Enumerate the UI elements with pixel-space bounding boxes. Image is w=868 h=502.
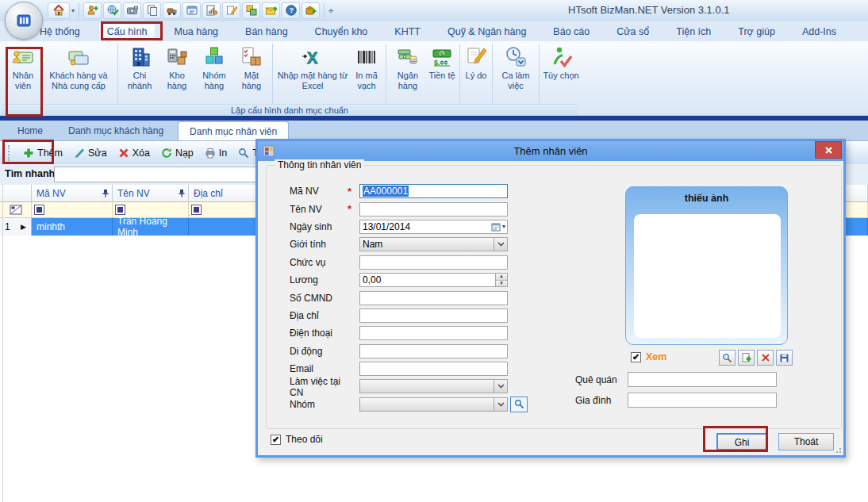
chuc-vu-input[interactable] [359,255,508,270]
calendar-icon[interactable] [491,222,501,232]
filter-condition-icon[interactable] [34,205,44,215]
menu-tien-ich[interactable]: Tiện ích [668,22,719,41]
ribbon-button-chi-nhanh[interactable]: Chi nhánh [121,44,158,104]
menu-cau-hinh[interactable]: Cấu hình [99,22,156,41]
gia-dinh-input[interactable] [628,393,777,408]
menu-quy-ngan-hang[interactable]: Quỹ & Ngân hàng [440,22,534,41]
ribbon-button-ly-do[interactable]: Lý do [463,44,489,104]
ribbon-button-ca-lam-viec[interactable]: Ca làm việc [496,44,536,104]
copy-icon[interactable] [143,2,161,19]
help-icon[interactable]: ? [282,2,300,19]
pin-icon[interactable] [178,189,186,197]
photo-frame[interactable] [634,214,781,338]
xem-checkbox[interactable]: ✔ [631,352,641,362]
gioi-tinh-combobox[interactable]: Nam [359,237,508,251]
resize-grip[interactable] [835,447,842,454]
nap-button[interactable]: Nạp [161,148,194,159]
ribbon-button-tien-te[interactable]: $$.¢¢ Tiền tệ [428,44,456,104]
them-button[interactable]: Thêm [23,148,63,159]
send-mail-icon[interactable] [262,2,280,19]
ribbon-button-tuy-chon[interactable]: Tùy chọn [543,44,579,104]
ribbon-button-khach-hang-ncc[interactable]: Khách hàng và Nhà cung cấp [43,44,114,104]
ribbon-button-ngan-hang[interactable]: Ngân hàng [390,44,426,104]
tab-home[interactable]: Home [6,121,54,140]
gia-dinh-row: Gia đình [575,393,777,408]
filter-corner-cell[interactable] [0,202,32,217]
so-cmnd-input[interactable] [359,291,508,305]
spin-down-icon[interactable]: ▼ [496,281,507,287]
dia-chi-input[interactable] [359,308,508,323]
filter-condition-icon[interactable] [115,205,125,215]
filter-condition-icon[interactable] [191,205,202,215]
menu-cua-so[interactable]: Cửa sổ [609,22,657,41]
cell-ten-nv[interactable]: Trần Hoàng Minh [113,218,189,236]
menu-ban-hang[interactable]: Bán hàng [237,22,296,41]
luong-spinner-input[interactable]: 0,00 ▲▼ [359,273,508,287]
ribbon-button-nhap-excel[interactable]: X Nhập mặt hàng từ Excel [276,44,349,104]
nhom-search-button[interactable] [510,397,528,412]
application-menu-button[interactable] [5,2,43,40]
column-header-ma-nv[interactable]: Mã NV [32,185,113,201]
spin-up-icon[interactable]: ▲ [496,274,507,281]
ghi-button[interactable]: Ghi [716,433,767,450]
ngay-sinh-date-picker[interactable]: 13/01/2014 ▾ [359,220,508,234]
grid-corner-header[interactable] [0,185,32,201]
add-user-icon[interactable] [83,2,102,19]
camera-icon[interactable] [123,2,141,19]
photo-delete-button[interactable] [757,350,774,366]
more-commands-icon[interactable]: ÷ [328,6,333,15]
photo-add-button[interactable] [738,350,755,366]
ribbon-button-nhan-vien[interactable]: Nhân viên [5,44,41,104]
ten-nv-input[interactable] [359,202,508,217]
cascade-windows-icon[interactable] [242,2,260,19]
ribbon-button-nhom-hang[interactable]: Nhóm hàng [196,44,232,104]
xoa-button[interactable]: Xóa [118,148,150,159]
user-report-icon[interactable] [202,2,221,19]
menu-mua-hang[interactable]: Mua hàng [166,22,226,41]
ribbon-button-kho-hang[interactable]: Kho hàng [159,44,194,104]
dropdown-arrow-icon[interactable]: ▾ [502,223,505,230]
dialog-title-bar[interactable]: Thêm nhân viên [258,141,843,161]
tab-danh-muc-khach-hang[interactable]: Danh mục khách hàng [57,121,175,140]
thoat-button[interactable]: Thoát [778,433,834,450]
theo-doi-checkbox[interactable]: ✔ [271,435,281,445]
menu-bao-cao[interactable]: Báo cáo [545,22,597,41]
dialog-close-button[interactable] [815,141,842,159]
photo-zoom-button[interactable] [719,350,735,366]
que-quan-input[interactable] [628,372,777,387]
ribbon-button-in-ma-vach[interactable]: In mã vạch [351,44,382,104]
ribbon-separator [459,44,460,110]
globe-check-icon[interactable] [103,2,121,19]
dropdown-caret-icon[interactable]: ▾ [71,7,75,14]
forklift-icon[interactable] [163,2,181,19]
lam-viec-tai-cn-combobox[interactable] [359,379,508,393]
menu-khtt[interactable]: KHTT [386,22,428,41]
toolbar-grip[interactable] [8,145,10,161]
edit-note-icon[interactable] [222,2,240,19]
photo-save-button[interactable] [776,350,793,366]
chevron-down-icon[interactable] [494,380,507,393]
filter-cell-ma-nv[interactable] [32,202,113,217]
in-button[interactable]: In [205,148,227,159]
nhom-combobox[interactable] [359,397,508,412]
pin-icon[interactable] [102,189,109,197]
home-icon[interactable] [48,2,70,19]
dien-thoai-input[interactable] [359,326,508,340]
menu-tro-giup[interactable]: Trợ giúp [730,22,783,41]
ma-nv-input[interactable]: AA000001 [359,184,508,198]
delete-x-icon [118,148,129,159]
menu-chuyen-kho[interactable]: Chuyển kho [307,22,376,41]
ribbon-button-mat-hang[interactable]: Mặt hàng [234,44,269,104]
tab-danh-muc-nhan-vien[interactable]: Danh mục nhân viên [178,121,289,140]
row-header-cell[interactable]: 1 ▶ [0,218,32,236]
column-header-ten-nv[interactable]: Tên NV [113,185,189,201]
di-dong-input[interactable] [359,344,508,358]
cell-ma-nv[interactable]: minhth [32,218,113,236]
calendar-card-icon[interactable] [182,2,201,19]
add-in-icon[interactable] [301,2,320,19]
menu-add-ins[interactable]: Add-Ins [794,22,844,41]
sua-button[interactable]: Sửa [74,148,107,159]
chevron-down-icon[interactable] [494,238,507,251]
chevron-down-icon[interactable] [494,398,507,411]
email-input[interactable] [359,362,508,376]
